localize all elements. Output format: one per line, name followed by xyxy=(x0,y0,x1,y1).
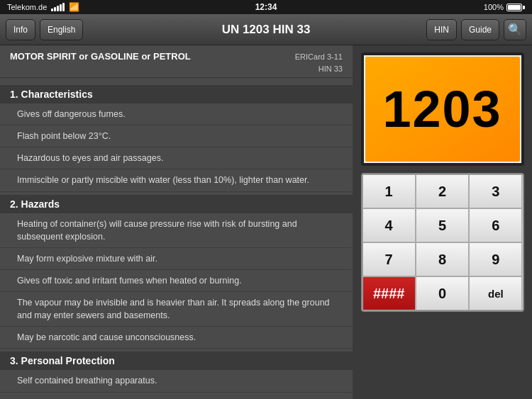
wifi-icon: 📶 xyxy=(69,2,79,12)
search-button[interactable]: 🔍 xyxy=(504,19,526,40)
right-panel: 1203 1 2 3 4 5 6 7 8 9 #### 0 de xyxy=(353,45,532,399)
main-content: MOTOR SPIRIT or GASOLINE or PETROL ERICa… xyxy=(0,45,532,399)
key-3[interactable]: 3 xyxy=(469,174,522,208)
hin-button[interactable]: HIN xyxy=(426,19,457,40)
hazmat-number: 1203 xyxy=(382,80,501,138)
keypad-row-3: 7 8 9 xyxy=(362,242,523,276)
toolbar-left: Info English xyxy=(6,19,83,40)
key-6[interactable]: 6 xyxy=(469,208,522,242)
key-8[interactable]: 8 xyxy=(416,242,469,276)
content-body: 1. Characteristics Gives off dangerous f… xyxy=(0,78,353,399)
key-7[interactable]: 7 xyxy=(362,242,416,276)
key-hash[interactable]: #### xyxy=(362,276,416,310)
hin-line: HIN 33 xyxy=(295,63,343,75)
section-header-2: 2. Hazards xyxy=(0,195,353,213)
keypad: 1 2 3 4 5 6 7 8 9 #### 0 del xyxy=(361,173,524,312)
status-time: 12:34 xyxy=(255,2,277,12)
content-header: MOTOR SPIRIT or GASOLINE or PETROL ERICa… xyxy=(0,45,353,78)
list-item: Self contained breathing apparatus. xyxy=(0,370,353,392)
status-right: 100% xyxy=(484,3,525,11)
carrier-text: Telekom.de xyxy=(7,3,47,11)
ericards-info: ERICard 3-11 HIN 33 xyxy=(295,51,343,74)
list-item: The vapour may be invisible and is heavi… xyxy=(0,292,353,327)
list-item: Hazardous to eyes and air passages. xyxy=(0,147,353,169)
battery-percent: 100% xyxy=(484,3,504,11)
toolbar-right: HIN Guide 🔍 xyxy=(426,19,526,40)
keypad-row-4: #### 0 del xyxy=(362,276,523,310)
signal-bars-icon xyxy=(51,3,65,11)
info-button[interactable]: Info xyxy=(6,19,35,40)
list-item: May form explosive mixture with air. xyxy=(0,248,353,270)
guide-button[interactable]: Guide xyxy=(461,19,499,40)
left-panel: MOTOR SPIRIT or GASOLINE or PETROL ERICa… xyxy=(0,45,353,399)
keypad-row-2: 4 5 6 xyxy=(362,208,523,242)
hazmat-display: 1203 xyxy=(361,52,524,166)
substance-name: MOTOR SPIRIT or GASOLINE or PETROL xyxy=(10,51,295,62)
key-5[interactable]: 5 xyxy=(416,208,469,242)
list-item: May be narcotic and cause unconsciousnes… xyxy=(0,327,353,349)
key-9[interactable]: 9 xyxy=(469,242,522,276)
hazmat-orange-panel: 1203 xyxy=(365,57,520,162)
key-2[interactable]: 2 xyxy=(416,174,469,208)
list-item: Gives off dangerous fumes. xyxy=(0,103,353,125)
list-item: Gives off toxic and irritant fumes when … xyxy=(0,270,353,292)
battery-icon xyxy=(506,4,525,11)
section-header-3: 3. Personal Protection xyxy=(0,352,353,370)
english-button[interactable]: English xyxy=(40,19,83,40)
section-header-1: 1. Characteristics xyxy=(0,85,353,103)
list-item: Flash point below 23°C. xyxy=(0,125,353,147)
status-left: Telekom.de 📶 xyxy=(7,2,79,12)
toolbar: Info English UN 1203 HIN 33 HIN Guide 🔍 xyxy=(0,14,532,45)
status-bar: Telekom.de 📶 12:34 100% xyxy=(0,0,532,14)
key-0[interactable]: 0 xyxy=(416,276,469,310)
list-item: Heating of container(s) will cause press… xyxy=(0,213,353,248)
list-item: Chemical protection suit if risk of pers… xyxy=(0,393,353,400)
key-del[interactable]: del xyxy=(469,276,522,310)
key-1[interactable]: 1 xyxy=(362,174,416,208)
keypad-row-1: 1 2 3 xyxy=(362,174,523,208)
list-item: Immiscible or partly miscible with water… xyxy=(0,169,353,191)
key-4[interactable]: 4 xyxy=(362,208,416,242)
ericard-line: ERICard 3-11 xyxy=(295,51,343,63)
